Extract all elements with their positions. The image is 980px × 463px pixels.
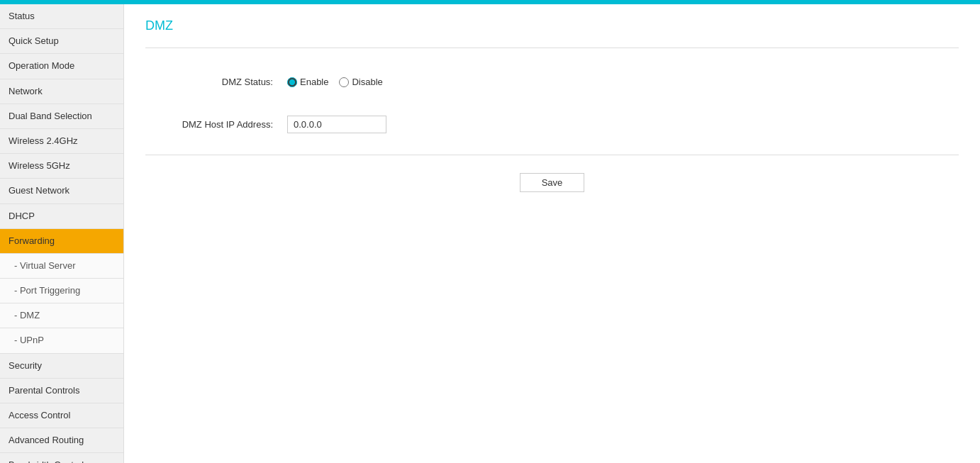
disable-label: Disable — [352, 77, 382, 87]
sidebar-item-quick-setup[interactable]: Quick Setup — [0, 29, 123, 54]
main-layout: StatusQuick SetupOperation ModeNetworkDu… — [0, 4, 980, 463]
disable-radio[interactable] — [339, 77, 349, 87]
enable-radio[interactable] — [287, 77, 297, 87]
enable-radio-label[interactable]: Enable — [287, 77, 328, 87]
sidebar-item-status[interactable]: Status — [0, 4, 123, 29]
enable-label: Enable — [300, 77, 328, 87]
dmz-host-ip-controls — [287, 116, 386, 133]
sidebar-item-dhcp[interactable]: DHCP — [0, 204, 123, 229]
dmz-status-label: DMZ Status: — [145, 77, 287, 87]
content-area: DMZ DMZ Status: Enable Disable — [124, 4, 980, 463]
disable-radio-label[interactable]: Disable — [339, 77, 382, 87]
sidebar-item-guest-network[interactable]: Guest Network — [0, 179, 123, 203]
dmz-status-controls: Enable Disable — [287, 77, 383, 87]
sidebar-item-wireless-5ghz[interactable]: Wireless 5GHz — [0, 154, 123, 179]
top-divider — [145, 48, 959, 48]
sidebar: StatusQuick SetupOperation ModeNetworkDu… — [0, 4, 124, 463]
sidebar-item-dual-band-selection[interactable]: Dual Band Selection — [0, 104, 123, 129]
sidebar-item-wireless-24ghz[interactable]: Wireless 2.4GHz — [0, 129, 123, 154]
save-row: Save — [145, 173, 959, 192]
sidebar-item-dmz[interactable]: - DMZ — [0, 303, 123, 328]
sidebar-item-security[interactable]: Security — [0, 354, 123, 379]
sidebar-item-operation-mode[interactable]: Operation Mode — [0, 54, 123, 79]
dmz-host-ip-input[interactable] — [287, 116, 386, 133]
sidebar-item-port-triggering[interactable]: - Port Triggering — [0, 279, 123, 303]
page-title: DMZ — [145, 18, 959, 40]
sidebar-item-virtual-server[interactable]: - Virtual Server — [0, 254, 123, 279]
sidebar-item-parental-controls[interactable]: Parental Controls — [0, 379, 123, 403]
sidebar-item-access-control[interactable]: Access Control — [0, 403, 123, 428]
dmz-form: DMZ Status: Enable Disable DMZ Host IP A… — [145, 69, 959, 140]
sidebar-item-network[interactable]: Network — [0, 79, 123, 104]
dmz-status-row: DMZ Status: Enable Disable — [145, 69, 959, 94]
sidebar-item-bandwidth-control[interactable]: Bandwidth Control — [0, 453, 123, 463]
dmz-host-ip-label: DMZ Host IP Address: — [145, 119, 287, 130]
sidebar-item-forwarding[interactable]: Forwarding — [0, 229, 123, 254]
sidebar-item-advanced-routing[interactable]: Advanced Routing — [0, 428, 123, 453]
dmz-host-ip-row: DMZ Host IP Address: — [145, 108, 959, 140]
mid-divider — [145, 155, 959, 155]
sidebar-item-upnp[interactable]: - UPnP — [0, 328, 123, 353]
save-button[interactable]: Save — [520, 173, 585, 192]
